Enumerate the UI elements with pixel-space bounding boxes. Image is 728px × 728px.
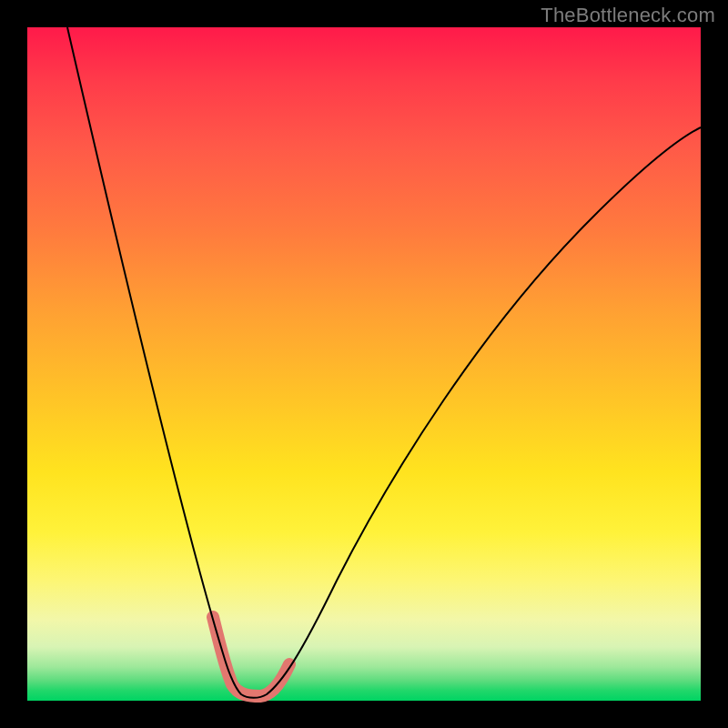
chart-frame: TheBottleneck.com — [0, 0, 728, 728]
main-curve — [67, 27, 701, 698]
plot-area — [27, 27, 701, 701]
watermark-text: TheBottleneck.com — [541, 4, 715, 27]
curve-svg — [27, 27, 701, 701]
